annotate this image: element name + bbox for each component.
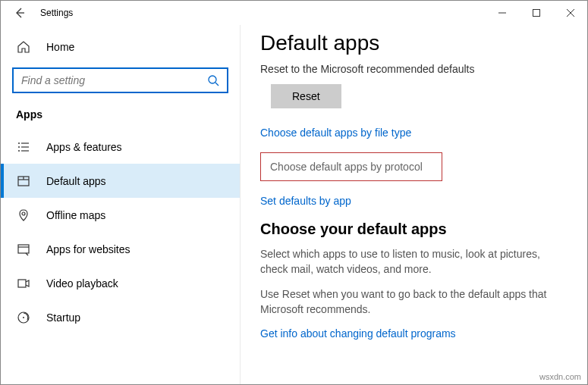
nav-label: Offline maps [46,209,105,221]
home-icon [16,40,31,54]
map-icon [16,208,31,222]
reset-description: Reset to the Microsoft recommended defau… [260,63,568,75]
svg-rect-2 [533,10,539,17]
home-nav[interactable]: Home [1,34,240,60]
category-header: Apps [1,108,240,130]
watermark: wsxdn.com [539,372,581,381]
window-title: Settings [40,8,73,18]
link-info[interactable]: Get info about changing default programs [260,327,568,340]
websites-icon [16,243,31,256]
nav-label: Startup [46,311,80,324]
defaults-icon [16,174,31,188]
page-title: Default apps [260,31,568,55]
startup-icon [16,311,31,324]
link-file-type[interactable]: Choose default apps by file type [260,127,568,139]
svg-point-16 [22,212,25,215]
nav-label: Apps & features [46,141,122,153]
main-panel: Default apps Reset to the Microsoft reco… [240,25,587,384]
nav-startup[interactable]: Startup [1,300,240,334]
reset-button[interactable]: Reset [271,84,341,108]
home-label: Home [46,41,74,53]
nav-video-playback[interactable]: Video playback [1,266,240,300]
sub-heading: Choose your default apps [260,221,568,238]
minimize-button[interactable] [485,1,519,25]
back-button[interactable] [8,2,31,24]
list-icon [16,140,31,154]
svg-rect-17 [18,245,29,253]
desc-text-1: Select which apps to use to listen to mu… [260,247,568,277]
search-icon [207,74,219,86]
search-input[interactable] [12,67,228,93]
svg-line-6 [215,83,219,86]
link-by-app[interactable]: Set defaults by app [260,195,568,207]
sidebar: Home Apps Apps & features Default apps [1,25,240,384]
svg-point-21 [23,317,24,318]
svg-point-5 [209,76,216,83]
link-protocol[interactable]: Choose default apps by protocol [260,152,442,181]
maximize-button[interactable] [519,1,553,25]
svg-rect-19 [18,280,26,287]
close-button[interactable] [553,1,587,25]
desc-text-2: Use Reset when you want to go back to th… [260,287,568,317]
nav-label: Apps for websites [46,243,130,255]
nav-label: Video playback [46,277,118,290]
video-icon [16,277,31,290]
nav-apps-features[interactable]: Apps & features [1,130,240,164]
search-field[interactable] [21,74,207,86]
nav-default-apps[interactable]: Default apps [1,164,240,198]
nav-apps-websites[interactable]: Apps for websites [1,232,240,266]
nav-label: Default apps [46,175,106,187]
nav-offline-maps[interactable]: Offline maps [1,198,240,232]
